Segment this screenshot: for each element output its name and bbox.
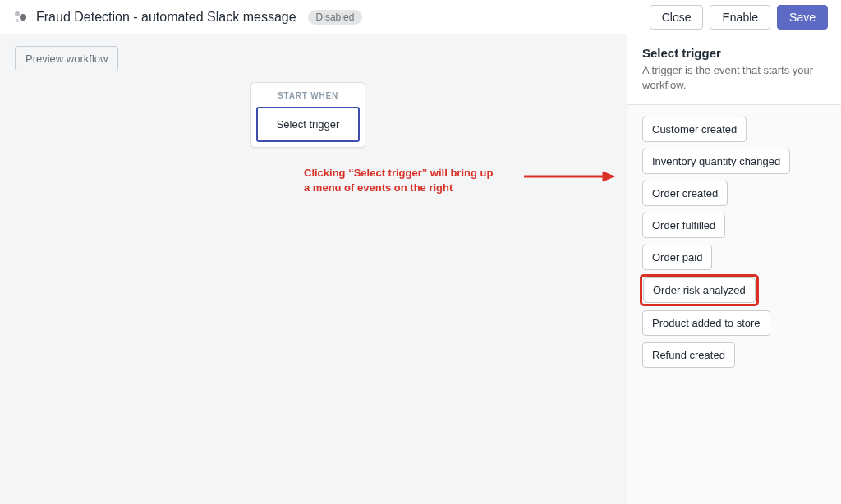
sidebar-title: Select trigger — [642, 46, 826, 60]
enable-button[interactable]: Enable — [710, 5, 770, 30]
preview-workflow-button[interactable]: Preview workflow — [15, 46, 118, 71]
trigger-item-wrap: Order created — [642, 181, 728, 206]
workflow-canvas: Preview workflow START WHEN Select trigg… — [0, 34, 627, 504]
trigger-item[interactable]: Refund created — [642, 342, 735, 368]
select-trigger-button[interactable]: Select trigger — [256, 107, 360, 142]
annotation-line2: a menu of events on the right — [304, 181, 493, 195]
trigger-list: Customer createdInventory quantity chang… — [627, 105, 841, 504]
trigger-item-wrap: Order risk analyzed — [642, 277, 756, 304]
trigger-item-wrap: Inventory quantity changed — [642, 149, 790, 174]
trigger-item[interactable]: Inventory quantity changed — [642, 149, 790, 174]
start-node-caption: START WHEN — [256, 88, 360, 107]
status-badge: Disabled — [308, 10, 363, 25]
trigger-item[interactable]: Order paid — [642, 245, 712, 270]
start-node: START WHEN Select trigger — [250, 82, 365, 148]
main-content: Preview workflow START WHEN Select trigg… — [0, 34, 841, 504]
workflow-icon — [13, 10, 28, 25]
header-actions: Close Enable Save — [650, 5, 828, 30]
close-button[interactable]: Close — [650, 5, 704, 30]
svg-point-2 — [16, 18, 19, 21]
page-title: Fraud Detection - automated Slack messag… — [36, 10, 296, 25]
svg-point-1 — [20, 14, 26, 21]
annotation-arrow-icon — [524, 171, 614, 182]
right-sidebar: Select trigger A trigger is the event th… — [627, 34, 841, 504]
trigger-item-wrap: Refund created — [642, 342, 735, 368]
trigger-item-wrap: Customer created — [642, 117, 747, 142]
trigger-item[interactable]: Customer created — [642, 117, 747, 142]
annotation-text: Clicking “Select trigger” will bring up … — [304, 166, 493, 195]
trigger-item[interactable]: Order risk analyzed — [643, 277, 756, 303]
trigger-item[interactable]: Order fulfilled — [642, 213, 725, 238]
trigger-item-wrap: Order fulfilled — [642, 213, 725, 238]
trigger-item-wrap: Order paid — [642, 245, 712, 270]
svg-point-0 — [15, 11, 20, 16]
top-header: Fraud Detection - automated Slack messag… — [0, 0, 841, 34]
save-button[interactable]: Save — [777, 5, 828, 30]
trigger-item[interactable]: Order created — [642, 181, 728, 206]
sidebar-header: Select trigger A trigger is the event th… — [627, 34, 841, 105]
trigger-item[interactable]: Product added to store — [642, 310, 770, 336]
annotation-line1: Clicking “Select trigger” will bring up — [304, 166, 493, 181]
svg-marker-4 — [603, 172, 614, 181]
trigger-item-wrap: Product added to store — [642, 310, 770, 336]
sidebar-subtitle: A trigger is the event that starts your … — [642, 63, 826, 93]
